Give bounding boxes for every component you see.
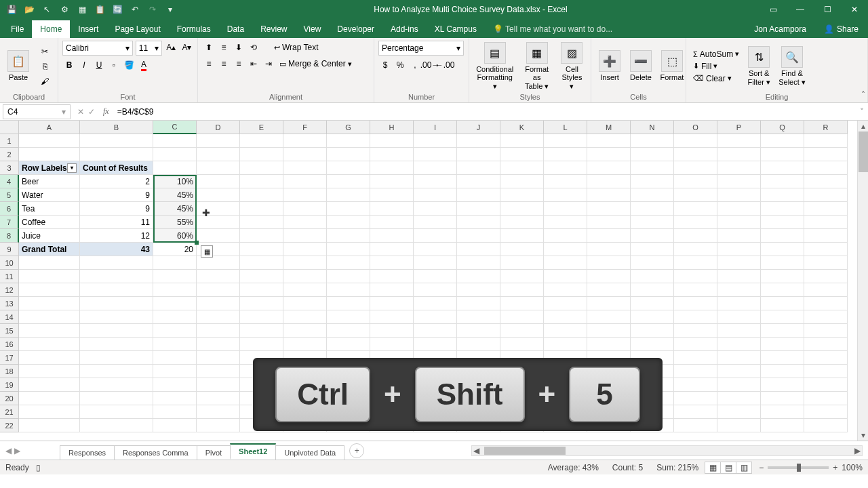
cell[interactable] — [370, 310, 414, 324]
cell[interactable] — [674, 161, 717, 175]
cell[interactable] — [457, 270, 500, 283]
cell[interactable] — [240, 229, 283, 243]
align-center-icon[interactable]: ≡ — [217, 57, 231, 70]
cell[interactable]: Grand Total — [19, 243, 80, 256]
cell[interactable] — [153, 378, 197, 392]
tab-page-layout[interactable]: Page Layout — [106, 20, 168, 38]
cell[interactable] — [804, 338, 848, 351]
cell[interactable] — [414, 297, 457, 310]
cell[interactable] — [761, 243, 804, 256]
cancel-formula-icon[interactable]: ✕ — [77, 107, 84, 117]
cell[interactable] — [804, 351, 848, 365]
cell[interactable] — [674, 324, 717, 338]
copy-icon[interactable]: ⎘ — [38, 60, 52, 73]
cell[interactable] — [19, 310, 80, 324]
cell[interactable] — [19, 283, 80, 297]
cell[interactable] — [370, 188, 414, 202]
cell[interactable] — [327, 148, 370, 161]
scroll-right-icon[interactable]: ▶ — [854, 446, 861, 455]
cell[interactable] — [631, 297, 674, 310]
open-icon[interactable]: 📂 — [23, 3, 35, 16]
cell[interactable] — [283, 324, 327, 338]
cell[interactable]: 45% — [153, 202, 197, 216]
sheet-tab[interactable]: Responses — [60, 445, 115, 460]
cell[interactable] — [761, 202, 804, 216]
autofill-options-icon[interactable]: ▦ — [201, 245, 213, 258]
cell[interactable] — [804, 405, 848, 419]
cell[interactable] — [500, 161, 544, 175]
cell[interactable]: 45% — [153, 188, 197, 202]
cell[interactable] — [80, 270, 153, 283]
row-header-14[interactable]: 14 — [0, 310, 19, 324]
cell[interactable] — [674, 134, 717, 148]
delete-cells-button[interactable]: ➖Delete — [627, 49, 655, 83]
cell[interactable] — [500, 270, 544, 283]
cell[interactable] — [370, 229, 414, 243]
cell[interactable] — [283, 229, 327, 243]
cell[interactable] — [717, 229, 761, 243]
row-header-19[interactable]: 19 — [0, 378, 19, 392]
increase-font-icon[interactable]: A▴ — [165, 41, 178, 54]
cell[interactable]: Coffee — [19, 216, 80, 229]
page-break-view-icon[interactable]: ▥ — [736, 462, 752, 474]
cell[interactable] — [283, 216, 327, 229]
cell[interactable] — [717, 283, 761, 297]
col-header-E[interactable]: E — [240, 121, 283, 134]
cell[interactable] — [80, 351, 153, 365]
cell[interactable] — [761, 188, 804, 202]
cell[interactable] — [761, 310, 804, 324]
cell[interactable] — [544, 202, 587, 216]
cell[interactable] — [240, 256, 283, 270]
cell[interactable] — [414, 256, 457, 270]
cell[interactable] — [370, 270, 414, 283]
cell[interactable] — [283, 148, 327, 161]
cell[interactable] — [19, 405, 80, 419]
cell[interactable] — [544, 188, 587, 202]
format-cells-button[interactable]: ⬚Format — [658, 49, 686, 83]
cell[interactable] — [370, 175, 414, 188]
tab-home[interactable]: Home — [32, 20, 70, 38]
cell[interactable] — [153, 161, 197, 175]
cell[interactable] — [283, 256, 327, 270]
cell[interactable] — [197, 161, 240, 175]
cell[interactable] — [717, 338, 761, 351]
cell[interactable] — [631, 148, 674, 161]
zoom-out-icon[interactable]: − — [759, 463, 764, 472]
cell[interactable] — [631, 243, 674, 256]
cell[interactable] — [197, 378, 240, 392]
cell[interactable] — [804, 216, 848, 229]
cell[interactable] — [544, 324, 587, 338]
vertical-scrollbar[interactable]: ▴ ▾ — [857, 121, 868, 441]
cell[interactable] — [197, 229, 240, 243]
cell[interactable] — [197, 365, 240, 378]
cell[interactable] — [717, 202, 761, 216]
cell[interactable] — [153, 310, 197, 324]
decrease-indent-icon[interactable]: ⇤ — [247, 57, 260, 70]
row-header-6[interactable]: 6 — [0, 202, 19, 216]
cell[interactable] — [370, 134, 414, 148]
cell[interactable] — [327, 256, 370, 270]
cell[interactable] — [587, 324, 631, 338]
cell[interactable] — [19, 365, 80, 378]
cell[interactable] — [19, 256, 80, 270]
cell[interactable] — [240, 297, 283, 310]
fill-color-icon[interactable]: 🪣 — [122, 58, 136, 72]
cell[interactable] — [153, 351, 197, 365]
tab-file[interactable]: File — [3, 20, 32, 38]
align-middle-icon[interactable]: ≡ — [217, 41, 231, 54]
autosum-button[interactable]: Σ AutoSum ▾ — [690, 49, 742, 60]
cell[interactable] — [457, 175, 500, 188]
cell[interactable] — [283, 188, 327, 202]
cell[interactable] — [587, 134, 631, 148]
enter-formula-icon[interactable]: ✓ — [88, 107, 95, 117]
cell[interactable] — [327, 175, 370, 188]
cell[interactable]: Tea — [19, 202, 80, 216]
cut-icon[interactable]: ✂ — [38, 45, 52, 58]
cell[interactable] — [674, 188, 717, 202]
cell[interactable] — [500, 324, 544, 338]
cell[interactable] — [80, 283, 153, 297]
border-icon[interactable]: ▫ — [107, 58, 121, 72]
cell[interactable] — [80, 148, 153, 161]
cell[interactable] — [631, 270, 674, 283]
increase-indent-icon[interactable]: ⇥ — [262, 57, 275, 70]
